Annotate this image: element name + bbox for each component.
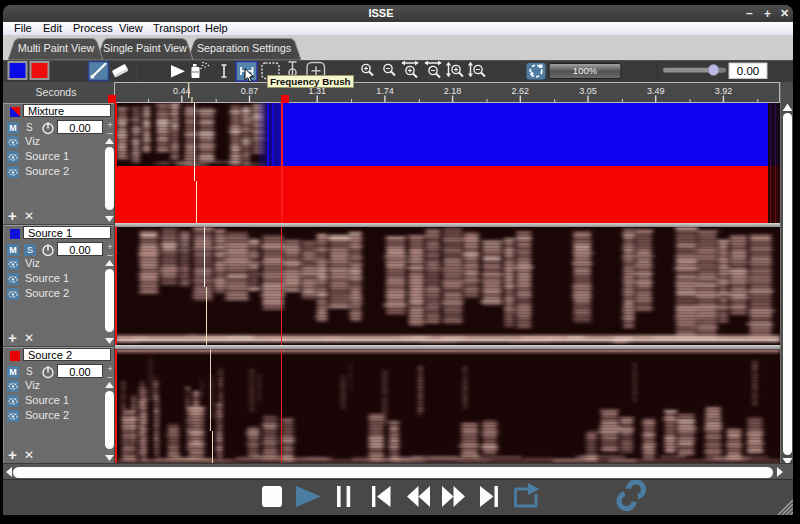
svg-text:Multi Paint View: Multi Paint View — [18, 42, 95, 54]
svg-text:3.05: 3.05 — [579, 86, 597, 96]
svg-text:Separation Settings: Separation Settings — [197, 42, 292, 54]
svg-text:3.92: 3.92 — [715, 86, 733, 96]
svg-text:0.44: 0.44 — [173, 86, 191, 96]
svg-text:Single Paint View: Single Paint View — [103, 42, 187, 54]
svg-text:3.49: 3.49 — [647, 86, 665, 96]
svg-text:0.87: 0.87 — [241, 86, 259, 96]
svg-text:100%: 100% — [573, 65, 598, 76]
svg-text:0.00: 0.00 — [737, 65, 759, 77]
svg-text:1.74: 1.74 — [376, 86, 394, 96]
svg-text:Seconds: Seconds — [36, 86, 77, 98]
svg-text:2.62: 2.62 — [512, 86, 530, 96]
svg-text:2.18: 2.18 — [444, 86, 462, 96]
